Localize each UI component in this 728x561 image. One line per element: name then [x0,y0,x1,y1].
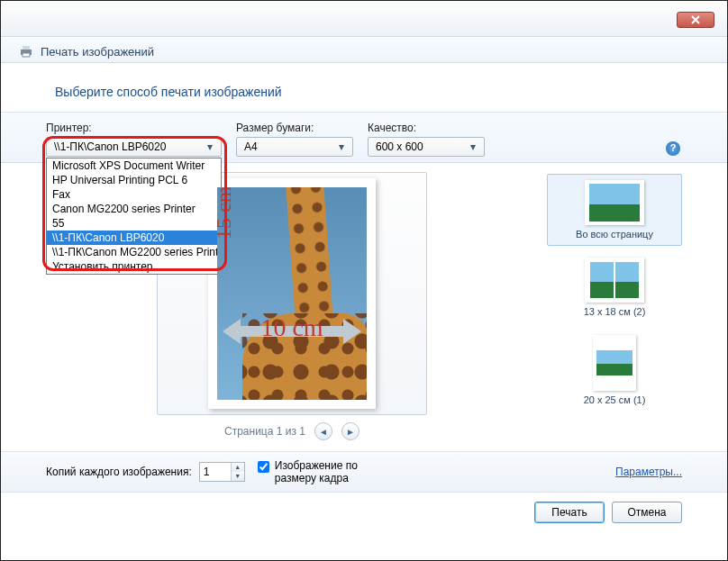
controls-row: Принтер: \\1-ПК\Canon LBP6020 ▾ Microsof… [1,113,727,163]
paper-value: A4 [244,140,258,153]
options-link[interactable]: Параметры... [615,466,682,478]
photo-preview: 15 cm 10 cm [217,187,367,400]
cancel-button[interactable]: Отмена [612,502,682,523]
header-bar: Печать изображений [1,37,727,63]
layout-sidebar: Во всю страницу 13 x 18 см (2) 20 x 25 с… [547,172,682,451]
spinner-down[interactable]: ▼ [232,472,244,481]
svg-rect-2 [23,53,30,57]
printer-option[interactable]: 55 [47,216,221,231]
chevron-down-icon: ▾ [334,140,349,153]
quality-label: Качество: [368,122,485,134]
layout-label: Во всю страницу [576,229,653,240]
help-icon[interactable]: ? [666,141,680,156]
paper-combo[interactable]: A4 ▾ [236,137,353,157]
printer-combo[interactable]: \\1-ПК\Canon LBP6020 ▾ [46,137,222,157]
copies-input[interactable] [200,466,231,478]
titlebar [1,1,727,37]
printer-field: Принтер: \\1-ПК\Canon LBP6020 ▾ Microsof… [46,122,222,157]
copies-label: Копий каждого изображения: [46,466,192,478]
printer-option[interactable]: Microsoft XPS Document Writer [47,158,221,173]
fit-frame-input[interactable] [258,461,269,473]
button-footer: Печать Отмена [1,493,727,532]
page-heading: Выберите способ печати изображений [55,85,673,99]
fit-frame-label: Изображение по размеру кадра [275,459,383,484]
printer-option[interactable]: Canon MG2200 series Printer [47,202,221,216]
close-button[interactable] [677,12,714,28]
print-pictures-dialog: Печать изображений Выберите способ печат… [0,0,728,561]
options-footer: Копий каждого изображения: ▲ ▼ Изображен… [1,451,727,493]
svg-rect-1 [23,46,30,50]
copies-spinner[interactable]: ▲ ▼ [199,462,245,482]
next-page-button[interactable]: ► [341,422,359,440]
close-icon [691,15,700,24]
dialog-title: Печать изображений [41,45,154,59]
printer-option[interactable]: \\1-ПК\Canon LBP6020 [47,231,221,245]
layout-20x25[interactable]: 20 x 25 см (1) [547,329,682,412]
printer-option[interactable]: \\1-ПК\Canon MG2200 series Printer [47,245,221,259]
paper-label: Размер бумаги: [236,122,353,134]
quality-field: Качество: 600 x 600 ▾ [368,122,485,157]
chevron-down-icon: ▾ [466,140,480,153]
quality-value: 600 x 600 [376,140,423,153]
vertical-dimension-label: 15 cm [217,187,236,240]
chevron-down-icon: ▾ [203,140,217,153]
printer-option[interactable]: Fax [47,187,221,202]
printer-option[interactable]: HP Universal Printing PCL 6 [47,173,221,187]
pager: Страница 1 из 1 ◄ ► [224,422,359,440]
layout-thumb [585,180,644,225]
printer-dropdown[interactable]: Microsoft XPS Document WriterHP Universa… [46,158,222,275]
paper-field: Размер бумаги: A4 ▾ [236,122,353,157]
layout-label: 13 x 18 см (2) [584,306,646,317]
pager-text: Страница 1 из 1 [224,425,305,438]
section-header: Выберите способ печати изображений [1,63,727,113]
layout-full-page[interactable]: Во всю страницу [547,174,682,246]
quality-combo[interactable]: 600 x 600 ▾ [368,137,485,157]
printer-value: \\1-ПК\Canon LBP6020 [54,140,166,153]
print-button[interactable]: Печать [534,502,605,523]
printer-label: Принтер: [46,122,222,134]
printer-option[interactable]: Установить принтер... [47,259,221,274]
spinner-buttons: ▲ ▼ [231,463,244,481]
fit-frame-checkbox[interactable]: Изображение по размеру кадра [258,459,383,484]
spinner-up[interactable]: ▲ [232,463,244,472]
page-preview: 15 cm 10 cm [208,178,376,409]
printer-icon [19,44,33,59]
layout-thumb [585,258,644,303]
layout-13x18[interactable]: 13 x 18 см (2) [547,251,682,323]
prev-page-button[interactable]: ◄ [314,422,332,440]
horizontal-dimension-label: 10 cm [217,313,367,342]
layout-thumb [593,335,636,391]
layout-label: 20 x 25 см (1) [584,394,646,405]
